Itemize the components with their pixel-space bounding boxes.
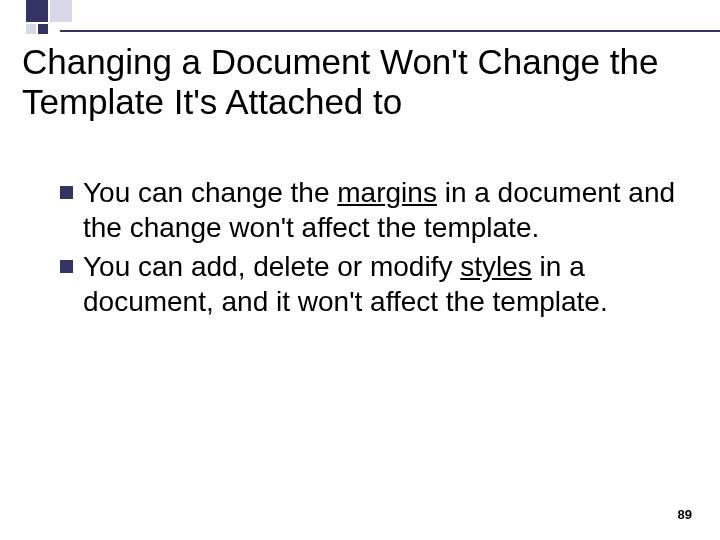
deco-square [50,0,72,22]
text-run: You can add, delete or modify [83,251,460,282]
page-number: 89 [678,507,692,522]
list-item: You can add, delete or modify styles in … [60,249,680,319]
deco-line [60,30,720,32]
bullet-icon [60,186,73,199]
list-item-text: You can change the margins in a document… [83,175,680,245]
slide-title: Changing a Document Won't Change the Tem… [22,42,698,123]
slide-decoration [0,0,720,38]
bullet-icon [60,260,73,273]
slide-body: You can change the margins in a document… [60,175,680,323]
list-item: You can change the margins in a document… [60,175,680,245]
list-item-text: You can add, delete or modify styles in … [83,249,680,319]
deco-square [38,24,48,34]
text-underline: styles [460,251,532,282]
text-run: You can change the [83,177,337,208]
deco-square [26,0,48,22]
text-underline: margins [337,177,437,208]
deco-square [26,24,36,34]
